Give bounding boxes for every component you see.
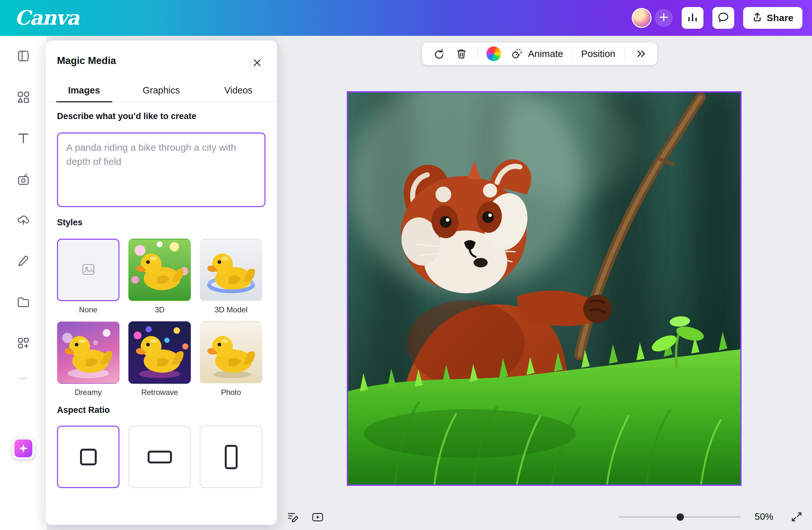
- style-tile-dreamy[interactable]: [57, 321, 119, 384]
- image-placeholder-icon: [81, 262, 96, 278]
- fullscreen-button[interactable]: [789, 510, 804, 524]
- zoom-level: 50%: [755, 512, 773, 522]
- tab-graphics[interactable]: Graphics: [122, 79, 200, 102]
- share-button[interactable]: Share: [743, 7, 802, 29]
- share-upload-icon: [752, 12, 763, 24]
- design-icon[interactable]: [16, 49, 31, 63]
- toolbar-divider: [572, 48, 572, 60]
- position-button[interactable]: Position: [581, 48, 615, 59]
- panel-tabs: Images Graphics Videos: [45, 79, 277, 102]
- style-label: 3D Model: [215, 305, 247, 314]
- draw-icon[interactable]: [16, 253, 31, 268]
- panel-title: Magic Media: [57, 55, 116, 67]
- toolbar-divider: [477, 48, 478, 60]
- regenerate-button[interactable]: [432, 47, 446, 61]
- elements-icon[interactable]: [16, 90, 31, 105]
- magic-media-panel: Magic Media Images Graphics Videos Descr…: [45, 40, 277, 525]
- bar-chart-icon: [686, 11, 699, 25]
- brand-icon[interactable]: [16, 172, 31, 187]
- style-label: Dreamy: [75, 388, 102, 397]
- selected-image-red-panda[interactable]: [347, 91, 742, 486]
- animate-button[interactable]: Animate: [510, 47, 563, 61]
- uploads-icon[interactable]: [16, 212, 31, 227]
- text-icon[interactable]: [16, 131, 31, 146]
- style-option-dreamy[interactable]: Dreamy: [57, 321, 119, 397]
- tab-videos-label: Videos: [224, 85, 252, 96]
- sidebar-item-magic-media[interactable]: [13, 438, 34, 459]
- style-label: Photo: [221, 388, 241, 397]
- aspect-ratio-label: Aspect Ratio: [57, 405, 110, 415]
- square-ratio-icon: [80, 449, 97, 465]
- style-tile-photo[interactable]: [200, 321, 262, 384]
- style-tile-retrowave[interactable]: [128, 321, 191, 384]
- aspect-ratio-grid: [57, 426, 262, 488]
- red-panda-illustration: [348, 92, 740, 485]
- styles-grid: None 3D 3D Model Dreamy: [57, 239, 262, 397]
- plus-icon: [659, 13, 669, 24]
- avatar[interactable]: [632, 8, 652, 28]
- landscape-ratio-icon: [148, 451, 172, 463]
- style-label: None: [79, 305, 97, 314]
- insights-button[interactable]: [682, 7, 704, 29]
- close-icon: [252, 57, 263, 70]
- style-label: 3D: [155, 305, 164, 314]
- zoom-slider-knob[interactable]: [677, 513, 684, 521]
- ratio-portrait-button[interactable]: [200, 426, 262, 488]
- ratio-landscape-button[interactable]: [128, 426, 191, 488]
- styles-label: Styles: [57, 218, 83, 227]
- comment-bubble-icon: [717, 11, 729, 25]
- magic-media-icon: [14, 439, 32, 457]
- toolbar-divider: [624, 48, 625, 60]
- sidebar: [0, 36, 47, 530]
- tab-graphics-label: Graphics: [143, 85, 179, 96]
- add-member-button[interactable]: [655, 9, 673, 27]
- style-option-photo[interactable]: Photo: [200, 321, 262, 397]
- tab-images-label: Images: [68, 85, 100, 96]
- active-tab-underline: [56, 101, 112, 102]
- share-label: Share: [767, 13, 794, 24]
- apps-icon[interactable]: [16, 336, 31, 351]
- comments-button[interactable]: [712, 7, 734, 29]
- prompt-label: Describe what you’d like to create: [57, 112, 196, 121]
- style-option-retrowave[interactable]: Retrowave: [128, 321, 191, 397]
- style-option-none[interactable]: None: [57, 239, 119, 314]
- style-tile-none[interactable]: [57, 239, 119, 301]
- style-label: Retrowave: [141, 388, 178, 397]
- color-wheel-button[interactable]: [487, 46, 501, 61]
- style-tile-3d[interactable]: [128, 239, 191, 301]
- topbar: Canva Share: [0, 0, 812, 36]
- ratio-square-button[interactable]: [57, 426, 119, 488]
- canvas-context-toolbar: Animate Position: [422, 43, 657, 65]
- notes-button[interactable]: [285, 510, 300, 525]
- present-button[interactable]: [310, 510, 325, 525]
- more-tools-button[interactable]: [633, 47, 648, 61]
- tab-videos[interactable]: Videos: [200, 79, 277, 102]
- animate-label: Animate: [528, 48, 563, 59]
- topbar-actions: Share: [632, 7, 802, 29]
- portrait-ratio-icon: [225, 445, 237, 469]
- close-panel-button[interactable]: [250, 56, 264, 70]
- sidebar-divider: [19, 378, 28, 379]
- delete-button[interactable]: [454, 47, 468, 61]
- style-tile-3d-model[interactable]: [200, 239, 262, 301]
- canva-logo[interactable]: Canva: [15, 8, 79, 28]
- tab-images[interactable]: Images: [45, 79, 122, 102]
- style-option-3d[interactable]: 3D: [128, 239, 191, 314]
- animate-icon: [510, 47, 524, 61]
- prompt-input[interactable]: [57, 132, 265, 207]
- style-option-3d-model[interactable]: 3D Model: [200, 239, 262, 314]
- projects-icon[interactable]: [16, 295, 31, 309]
